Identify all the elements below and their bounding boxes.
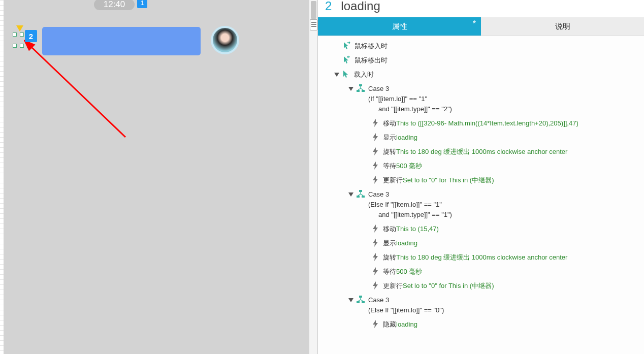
- event-label: 鼠标移入时: [355, 41, 388, 51]
- case-name: Case 3: [368, 84, 452, 94]
- action-item[interactable]: 隐藏 loading: [318, 317, 644, 332]
- action-detail: This to (15,47): [396, 224, 439, 234]
- case-condition: (Else If "[[item.lo]]" == "1": [368, 200, 452, 210]
- vertical-ruler: [0, 0, 4, 354]
- flowchart-icon: [356, 189, 365, 199]
- action-label: 移动: [383, 118, 396, 128]
- bolt-icon: [371, 267, 380, 276]
- disclosure-triangle-icon[interactable]: [333, 71, 340, 78]
- svg-rect-9: [362, 301, 365, 303]
- svg-rect-3: [362, 90, 365, 92]
- action-label: 移动: [383, 224, 396, 234]
- inspector-tabs: 属性 * 说明: [318, 17, 644, 36]
- action-item[interactable]: 更新行 Set lo to "0" for This in (中继器): [318, 173, 644, 187]
- svg-rect-2: [357, 90, 360, 92]
- case-condition: (Else If "[[item.lo]]" == "0"): [368, 305, 444, 315]
- action-detail: This to 180 deg 缓进缓出 1000ms clockwise an…: [396, 147, 567, 157]
- event-mouse-leave[interactable]: 鼠标移出时: [318, 53, 644, 68]
- action-label: 等待: [383, 161, 396, 171]
- canvas-area[interactable]: 12:40 1 2: [0, 0, 309, 354]
- widget-footnote-number: 2: [325, 0, 332, 13]
- action-label: 显示: [383, 238, 396, 248]
- avatar[interactable]: [211, 26, 239, 54]
- event-label: 载入时: [354, 70, 374, 80]
- case-name: Case 3: [368, 189, 452, 200]
- flowchart-icon: [356, 295, 365, 304]
- action-detail: Set lo to "0" for This in (中继器): [403, 281, 494, 291]
- action-detail: loading: [396, 133, 417, 143]
- footnote-badge-2: 2: [25, 30, 37, 42]
- bolt-icon: [371, 252, 380, 262]
- collapse-panel-button[interactable]: [310, 19, 317, 30]
- action-item[interactable]: 移动 This to ([[320-96- Math.min((14*Item.…: [318, 116, 644, 131]
- case-item[interactable]: Case 3 (Else If "[[item.lo]]" == "0"): [318, 293, 644, 317]
- footnote-badge-1: 1: [137, 0, 147, 8]
- interactions-tree[interactable]: 鼠标移入时 鼠标移出时 载入时 Case 3: [318, 36, 644, 354]
- tab-properties[interactable]: 属性 *: [318, 17, 481, 36]
- inspector-panel: 2 loading 属性 * 说明 鼠标移入时 鼠标移出时: [318, 0, 644, 354]
- action-label: 显示: [383, 133, 396, 143]
- bolt-icon: [371, 319, 380, 329]
- selection-marker-icon: [16, 25, 23, 31]
- action-item[interactable]: 显示 loading: [318, 236, 644, 250]
- widget-name[interactable]: loading: [341, 0, 380, 13]
- cursor-icon: [342, 41, 351, 50]
- action-label: 等待: [383, 267, 396, 277]
- svg-rect-7: [359, 296, 362, 298]
- bolt-icon: [371, 147, 380, 156]
- bolt-icon: [371, 224, 380, 233]
- event-label: 鼠标移出时: [355, 55, 388, 66]
- action-item[interactable]: 移动 This to (15,47): [318, 222, 644, 236]
- case-item[interactable]: Case 3 (Else If "[[item.lo]]" == "1" and…: [318, 187, 644, 222]
- disclosure-triangle-icon[interactable]: [347, 85, 355, 92]
- svg-line-0: [30, 46, 125, 137]
- inspector-header: 2 loading: [318, 0, 644, 17]
- bolt-icon: [371, 118, 380, 127]
- action-detail: Set lo to "0" for This in (中继器): [403, 175, 494, 185]
- bolt-icon: [371, 238, 380, 247]
- cursor-icon: [342, 70, 351, 79]
- flowchart-icon: [356, 84, 365, 93]
- bolt-icon: [371, 281, 380, 290]
- action-detail: This to ([[320-96- Math.min((14*Item.tex…: [396, 118, 578, 128]
- action-label: 更新行: [383, 281, 403, 291]
- action-detail: This to 180 deg 缓进缓出 1000ms clockwise an…: [396, 252, 567, 263]
- disclosure-triangle-icon[interactable]: [347, 191, 355, 198]
- disclosure-triangle-icon[interactable]: [347, 297, 355, 304]
- action-item[interactable]: 旋转This to 180 deg 缓进缓出 1000ms clockwise …: [318, 145, 644, 159]
- action-item[interactable]: 更新行 Set lo to "0" for This in (中继器): [318, 279, 644, 293]
- action-detail: 500 毫秒: [396, 267, 422, 277]
- case-condition: (If "[[item.lo]]" == "1": [368, 94, 452, 104]
- action-item[interactable]: 显示 loading: [318, 131, 644, 145]
- svg-rect-8: [357, 301, 360, 303]
- bolt-icon: [371, 175, 380, 184]
- event-mouse-enter[interactable]: 鼠标移入时: [318, 39, 644, 53]
- action-item[interactable]: 等待 500 毫秒: [318, 159, 644, 173]
- panel-divider[interactable]: [309, 0, 318, 354]
- action-label: 隐藏: [383, 319, 396, 330]
- scrollbar-thumb[interactable]: [311, 1, 316, 19]
- annotation-arrow-icon: [24, 36, 136, 147]
- tab-notes[interactable]: 说明: [481, 17, 644, 36]
- svg-rect-4: [359, 190, 362, 192]
- tab-properties-label: 属性: [392, 22, 407, 31]
- case-item[interactable]: Case 3 (If "[[item.lo]]" == "1" and "[[i…: [318, 82, 644, 116]
- event-on-load[interactable]: 载入时: [318, 68, 644, 82]
- action-item[interactable]: 等待 500 毫秒: [318, 265, 644, 279]
- svg-rect-1: [359, 84, 362, 86]
- action-detail: 500 毫秒: [396, 161, 422, 171]
- action-label: 旋转: [383, 147, 396, 157]
- case-condition: and "[[item.type]]" == "2"): [368, 104, 452, 114]
- action-label: 更新行: [383, 175, 403, 185]
- bolt-icon: [371, 133, 380, 142]
- cursor-icon: [342, 55, 351, 65]
- svg-rect-5: [357, 196, 360, 198]
- dirty-indicator: *: [473, 19, 476, 28]
- svg-rect-6: [362, 196, 365, 198]
- action-item[interactable]: 旋转This to 180 deg 缓进缓出 1000ms clockwise …: [318, 250, 644, 265]
- action-detail: loading: [396, 319, 417, 330]
- timestamp-pill: 12:40: [94, 0, 135, 10]
- case-condition: and "[[item.type]]" == "1"): [368, 210, 452, 220]
- tab-notes-label: 说明: [555, 22, 570, 31]
- case-name: Case 3: [368, 295, 444, 305]
